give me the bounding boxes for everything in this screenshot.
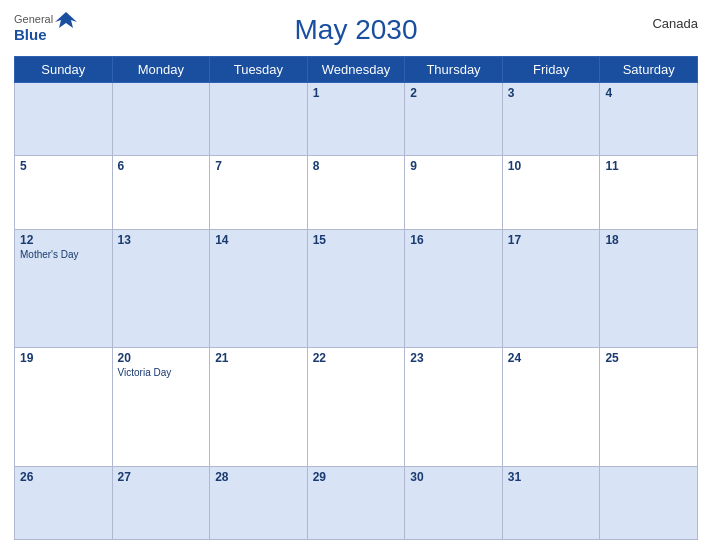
logo-blue-text: Blue [14, 26, 47, 43]
logo-area: General Blue [14, 10, 77, 43]
calendar-day-cell: 26 [15, 466, 113, 539]
day-number: 22 [313, 351, 400, 365]
calendar-day-cell: 20Victoria Day [112, 348, 210, 467]
logo-general-text: General [14, 13, 53, 25]
day-number: 28 [215, 470, 302, 484]
calendar-day-cell: 19 [15, 348, 113, 467]
calendar-day-cell: 12Mother's Day [15, 229, 113, 348]
calendar-day-cell: 3 [502, 83, 600, 156]
day-number: 29 [313, 470, 400, 484]
day-number: 26 [20, 470, 107, 484]
calendar-week-row: 1234 [15, 83, 698, 156]
day-number: 2 [410, 86, 497, 100]
header-monday: Monday [112, 57, 210, 83]
day-number: 12 [20, 233, 107, 247]
calendar-day-cell: 17 [502, 229, 600, 348]
calendar-day-cell [210, 83, 308, 156]
calendar-day-cell: 22 [307, 348, 405, 467]
calendar-day-cell: 16 [405, 229, 503, 348]
calendar-day-cell: 29 [307, 466, 405, 539]
holiday-label: Mother's Day [20, 249, 107, 260]
header-friday: Friday [502, 57, 600, 83]
calendar-day-cell [600, 466, 698, 539]
calendar-day-cell: 14 [210, 229, 308, 348]
day-number: 25 [605, 351, 692, 365]
header-wednesday: Wednesday [307, 57, 405, 83]
calendar-day-cell [112, 83, 210, 156]
country-label: Canada [652, 16, 698, 31]
calendar-day-cell: 30 [405, 466, 503, 539]
day-number: 4 [605, 86, 692, 100]
calendar-container: General Blue May 2030 Canada Sunday Mond… [0, 0, 712, 550]
day-number: 30 [410, 470, 497, 484]
calendar-day-cell: 25 [600, 348, 698, 467]
day-number: 6 [118, 159, 205, 173]
day-number: 11 [605, 159, 692, 173]
weekday-header-row: Sunday Monday Tuesday Wednesday Thursday… [15, 57, 698, 83]
calendar-day-cell: 10 [502, 156, 600, 229]
calendar-header: General Blue May 2030 Canada [14, 10, 698, 50]
day-number: 16 [410, 233, 497, 247]
calendar-day-cell: 9 [405, 156, 503, 229]
calendar-day-cell: 6 [112, 156, 210, 229]
calendar-day-cell: 28 [210, 466, 308, 539]
calendar-day-cell: 7 [210, 156, 308, 229]
day-number: 1 [313, 86, 400, 100]
calendar-week-row: 1920Victoria Day2122232425 [15, 348, 698, 467]
day-number: 9 [410, 159, 497, 173]
calendar-week-row: 567891011 [15, 156, 698, 229]
header-sunday: Sunday [15, 57, 113, 83]
calendar-day-cell: 18 [600, 229, 698, 348]
calendar-day-cell: 2 [405, 83, 503, 156]
day-number: 10 [508, 159, 595, 173]
day-number: 3 [508, 86, 595, 100]
day-number: 15 [313, 233, 400, 247]
header-saturday: Saturday [600, 57, 698, 83]
calendar-day-cell: 15 [307, 229, 405, 348]
day-number: 19 [20, 351, 107, 365]
holiday-label: Victoria Day [118, 367, 205, 378]
calendar-week-row: 12Mother's Day131415161718 [15, 229, 698, 348]
day-number: 8 [313, 159, 400, 173]
day-number: 13 [118, 233, 205, 247]
calendar-day-cell: 11 [600, 156, 698, 229]
day-number: 21 [215, 351, 302, 365]
day-number: 14 [215, 233, 302, 247]
day-number: 31 [508, 470, 595, 484]
header-thursday: Thursday [405, 57, 503, 83]
calendar-table: Sunday Monday Tuesday Wednesday Thursday… [14, 56, 698, 540]
header-tuesday: Tuesday [210, 57, 308, 83]
day-number: 27 [118, 470, 205, 484]
day-number: 23 [410, 351, 497, 365]
calendar-day-cell: 13 [112, 229, 210, 348]
svg-marker-0 [55, 12, 77, 28]
calendar-day-cell: 31 [502, 466, 600, 539]
calendar-day-cell: 24 [502, 348, 600, 467]
calendar-day-cell: 5 [15, 156, 113, 229]
month-title: May 2030 [295, 14, 418, 46]
day-number: 7 [215, 159, 302, 173]
calendar-day-cell [15, 83, 113, 156]
calendar-day-cell: 27 [112, 466, 210, 539]
calendar-day-cell: 1 [307, 83, 405, 156]
calendar-day-cell: 4 [600, 83, 698, 156]
calendar-day-cell: 21 [210, 348, 308, 467]
day-number: 5 [20, 159, 107, 173]
day-number: 17 [508, 233, 595, 247]
calendar-day-cell: 8 [307, 156, 405, 229]
day-number: 24 [508, 351, 595, 365]
day-number: 18 [605, 233, 692, 247]
logo-bird-icon [55, 10, 77, 28]
day-number: 20 [118, 351, 205, 365]
calendar-week-row: 262728293031 [15, 466, 698, 539]
calendar-day-cell: 23 [405, 348, 503, 467]
